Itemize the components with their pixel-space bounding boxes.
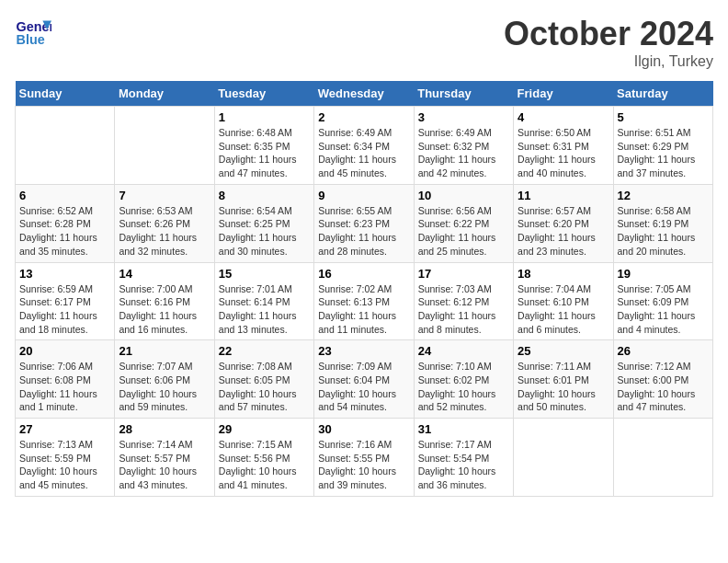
day-number: 18 — [518, 267, 609, 281]
calendar-day-cell — [115, 107, 214, 185]
day-of-week-header: Thursday — [414, 81, 513, 107]
day-number: 24 — [418, 344, 509, 358]
calendar-day-cell: 20Sunrise: 7:06 AM Sunset: 6:08 PM Dayli… — [16, 340, 115, 419]
calendar-day-cell: 24Sunrise: 7:10 AM Sunset: 6:02 PM Dayli… — [414, 340, 513, 419]
day-info: Sunrise: 7:10 AM Sunset: 6:02 PM Dayligh… — [418, 360, 509, 414]
day-number: 25 — [518, 344, 609, 358]
day-info: Sunrise: 6:57 AM Sunset: 6:20 PM Dayligh… — [518, 204, 609, 259]
day-info: Sunrise: 7:01 AM Sunset: 6:14 PM Dayligh… — [219, 282, 310, 337]
calendar-week-row: 6Sunrise: 6:52 AM Sunset: 6:28 PM Daylig… — [16, 184, 713, 262]
day-of-week-header: Sunday — [16, 81, 115, 107]
day-number: 16 — [318, 267, 409, 281]
day-info: Sunrise: 7:05 AM Sunset: 6:09 PM Dayligh… — [618, 282, 709, 337]
day-number: 13 — [19, 267, 110, 281]
day-number: 26 — [618, 344, 709, 358]
calendar-day-cell: 25Sunrise: 7:11 AM Sunset: 6:01 PM Dayli… — [514, 340, 613, 419]
calendar-day-cell: 31Sunrise: 7:17 AM Sunset: 5:54 PM Dayli… — [414, 419, 513, 497]
calendar-day-cell: 13Sunrise: 6:59 AM Sunset: 6:17 PM Dayli… — [16, 262, 115, 340]
calendar-day-cell: 26Sunrise: 7:12 AM Sunset: 6:00 PM Dayli… — [613, 340, 712, 419]
day-info: Sunrise: 6:58 AM Sunset: 6:19 PM Dayligh… — [618, 204, 709, 259]
calendar-day-cell: 2Sunrise: 6:49 AM Sunset: 6:34 PM Daylig… — [314, 107, 414, 185]
calendar-day-cell: 14Sunrise: 7:00 AM Sunset: 6:16 PM Dayli… — [115, 262, 214, 340]
day-number: 30 — [318, 422, 409, 436]
calendar-week-row: 1Sunrise: 6:48 AM Sunset: 6:35 PM Daylig… — [16, 107, 713, 185]
calendar-day-cell: 28Sunrise: 7:14 AM Sunset: 5:57 PM Dayli… — [115, 419, 214, 497]
title-area: October 2024 Ilgin, Turkey — [504, 15, 713, 70]
calendar-day-cell: 16Sunrise: 7:02 AM Sunset: 6:13 PM Dayli… — [314, 262, 414, 340]
day-number: 6 — [19, 189, 110, 202]
day-number: 12 — [618, 189, 709, 202]
calendar-day-cell — [613, 419, 712, 497]
day-number: 9 — [318, 189, 409, 202]
day-info: Sunrise: 6:55 AM Sunset: 6:23 PM Dayligh… — [318, 204, 409, 259]
day-number: 5 — [618, 110, 709, 124]
day-number: 2 — [318, 110, 409, 124]
day-info: Sunrise: 6:49 AM Sunset: 6:32 PM Dayligh… — [418, 126, 509, 180]
calendar-day-cell: 10Sunrise: 6:56 AM Sunset: 6:22 PM Dayli… — [414, 184, 513, 262]
day-info: Sunrise: 6:56 AM Sunset: 6:22 PM Dayligh… — [418, 204, 509, 259]
calendar-day-cell: 15Sunrise: 7:01 AM Sunset: 6:14 PM Dayli… — [214, 262, 313, 340]
calendar-day-cell: 29Sunrise: 7:15 AM Sunset: 5:56 PM Dayli… — [214, 419, 313, 497]
day-info: Sunrise: 6:50 AM Sunset: 6:31 PM Dayligh… — [518, 126, 609, 180]
calendar-day-cell: 11Sunrise: 6:57 AM Sunset: 6:20 PM Dayli… — [514, 184, 613, 262]
page-header: General Blue October 2024 Ilgin, Turkey — [15, 15, 713, 70]
day-number: 23 — [318, 344, 409, 358]
svg-text:Blue: Blue — [17, 32, 45, 47]
day-info: Sunrise: 6:54 AM Sunset: 6:25 PM Dayligh… — [219, 204, 310, 259]
day-info: Sunrise: 7:17 AM Sunset: 5:54 PM Dayligh… — [418, 438, 509, 492]
day-info: Sunrise: 7:13 AM Sunset: 5:59 PM Dayligh… — [19, 438, 110, 492]
day-info: Sunrise: 7:11 AM Sunset: 6:01 PM Dayligh… — [518, 360, 609, 414]
day-number: 31 — [418, 422, 509, 436]
day-of-week-header: Wednesday — [314, 81, 414, 107]
calendar-day-cell — [16, 107, 115, 185]
month-title: October 2024 — [504, 15, 713, 53]
calendar-day-cell: 3Sunrise: 6:49 AM Sunset: 6:32 PM Daylig… — [414, 107, 513, 185]
day-number: 19 — [618, 267, 709, 281]
day-info: Sunrise: 6:52 AM Sunset: 6:28 PM Dayligh… — [19, 204, 110, 259]
day-info: Sunrise: 6:48 AM Sunset: 6:35 PM Dayligh… — [219, 126, 310, 180]
day-info: Sunrise: 6:59 AM Sunset: 6:17 PM Dayligh… — [19, 282, 110, 337]
day-number: 28 — [119, 422, 210, 436]
day-number: 1 — [219, 110, 310, 124]
day-info: Sunrise: 6:49 AM Sunset: 6:34 PM Dayligh… — [318, 126, 409, 180]
calendar-day-cell: 9Sunrise: 6:55 AM Sunset: 6:23 PM Daylig… — [314, 184, 414, 262]
day-info: Sunrise: 7:03 AM Sunset: 6:12 PM Dayligh… — [418, 282, 509, 337]
calendar-body: 1Sunrise: 6:48 AM Sunset: 6:35 PM Daylig… — [16, 107, 713, 497]
day-info: Sunrise: 6:53 AM Sunset: 6:26 PM Dayligh… — [119, 204, 210, 259]
calendar-day-cell: 22Sunrise: 7:08 AM Sunset: 6:05 PM Dayli… — [214, 340, 313, 419]
calendar-week-row: 20Sunrise: 7:06 AM Sunset: 6:08 PM Dayli… — [16, 340, 713, 419]
calendar-day-cell: 1Sunrise: 6:48 AM Sunset: 6:35 PM Daylig… — [214, 107, 313, 185]
calendar-header-row: SundayMondayTuesdayWednesdayThursdayFrid… — [16, 81, 713, 107]
calendar-day-cell — [514, 419, 613, 497]
calendar-day-cell: 7Sunrise: 6:53 AM Sunset: 6:26 PM Daylig… — [115, 184, 214, 262]
day-info: Sunrise: 7:04 AM Sunset: 6:10 PM Dayligh… — [518, 282, 609, 337]
calendar-day-cell: 21Sunrise: 7:07 AM Sunset: 6:06 PM Dayli… — [115, 340, 214, 419]
calendar-day-cell: 4Sunrise: 6:50 AM Sunset: 6:31 PM Daylig… — [514, 107, 613, 185]
calendar-day-cell: 6Sunrise: 6:52 AM Sunset: 6:28 PM Daylig… — [16, 184, 115, 262]
location-title: Ilgin, Turkey — [504, 53, 713, 70]
day-number: 8 — [219, 189, 310, 202]
day-info: Sunrise: 6:51 AM Sunset: 6:29 PM Dayligh… — [618, 126, 709, 180]
calendar-day-cell: 12Sunrise: 6:58 AM Sunset: 6:19 PM Dayli… — [613, 184, 712, 262]
day-info: Sunrise: 7:00 AM Sunset: 6:16 PM Dayligh… — [119, 282, 210, 337]
day-number: 11 — [518, 189, 609, 202]
day-number: 10 — [418, 189, 509, 202]
calendar-week-row: 27Sunrise: 7:13 AM Sunset: 5:59 PM Dayli… — [16, 419, 713, 497]
day-number: 15 — [219, 267, 310, 281]
calendar-day-cell: 17Sunrise: 7:03 AM Sunset: 6:12 PM Dayli… — [414, 262, 513, 340]
day-of-week-header: Tuesday — [214, 81, 313, 107]
day-number: 29 — [219, 422, 310, 436]
calendar-day-cell: 30Sunrise: 7:16 AM Sunset: 5:55 PM Dayli… — [314, 419, 414, 497]
day-info: Sunrise: 7:07 AM Sunset: 6:06 PM Dayligh… — [119, 360, 210, 414]
logo: General Blue — [15, 15, 55, 52]
day-number: 7 — [119, 189, 210, 202]
day-info: Sunrise: 7:02 AM Sunset: 6:13 PM Dayligh… — [318, 282, 409, 337]
day-of-week-header: Saturday — [613, 81, 712, 107]
day-number: 3 — [418, 110, 509, 124]
day-of-week-header: Monday — [115, 81, 214, 107]
logo-icon: General Blue — [15, 15, 51, 52]
day-of-week-header: Friday — [514, 81, 613, 107]
calendar-day-cell: 23Sunrise: 7:09 AM Sunset: 6:04 PM Dayli… — [314, 340, 414, 419]
calendar-week-row: 13Sunrise: 6:59 AM Sunset: 6:17 PM Dayli… — [16, 262, 713, 340]
day-number: 27 — [19, 422, 110, 436]
